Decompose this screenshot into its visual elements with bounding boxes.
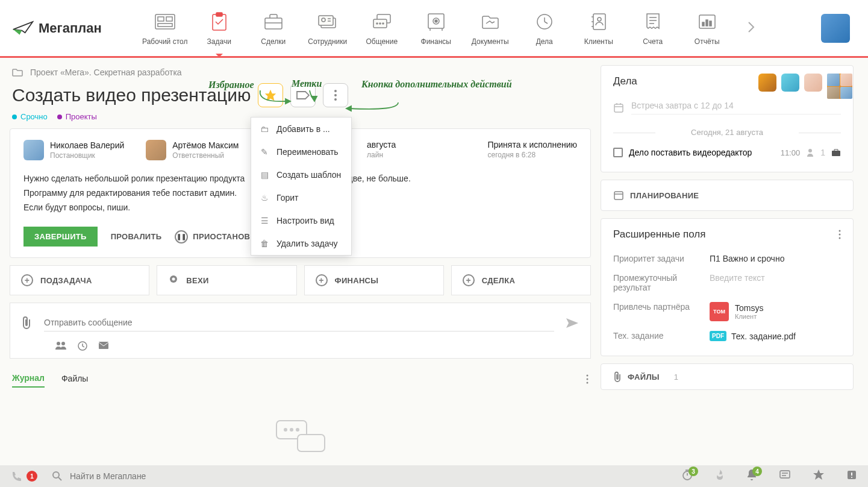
template-icon: ▤ (260, 170, 269, 180)
nav-desktop[interactable]: Рабочий стол (138, 6, 192, 51)
svg-point-57 (587, 379, 589, 380)
add-subtask[interactable]: +ПОДЗАДАЧА (10, 265, 149, 295)
tabs-more[interactable] (586, 374, 589, 386)
add-deal[interactable]: +СДЕЛКА (451, 265, 591, 295)
participant-avatar[interactable] (804, 74, 822, 92)
svg-point-68 (808, 149, 812, 152)
nav-chat[interactable]: Общение (355, 6, 409, 51)
pause-icon: ❚❚ (175, 230, 188, 244)
nav-reports[interactable]: Отчёты (680, 6, 734, 51)
nav-clients[interactable]: Клиенты (572, 6, 626, 51)
menu-rename[interactable]: ✎Переименовать (251, 140, 351, 163)
messages-button[interactable] (779, 470, 791, 483)
fire-button[interactable] (715, 469, 725, 483)
complete-button[interactable]: ЗАВЕРШИТЬ (23, 227, 98, 247)
field-interim[interactable]: Промежуточный результатВведите текст (613, 268, 841, 297)
message-input[interactable] (44, 314, 554, 331)
pencil-icon: ✎ (260, 147, 269, 157)
nav-employees[interactable]: Сотрудники (301, 6, 355, 51)
svg-rect-4 (166, 17, 172, 21)
svg-point-74 (839, 237, 841, 239)
annotation-fav: Избранное (208, 80, 254, 90)
nav: Рабочий стол Задачи Сделки Сотрудники Об… (138, 6, 734, 51)
nav-finance[interactable]: Финансы (409, 6, 463, 51)
attachment-icon[interactable] (21, 316, 33, 330)
tag-projects[interactable]: Проекты (57, 112, 97, 121)
svg-point-46 (334, 98, 337, 101)
side-files[interactable]: ФАЙЛЫ 1 (601, 363, 854, 390)
nav-deals[interactable]: Сделки (246, 6, 301, 51)
author[interactable]: Николаев ВалерийПостановщик (23, 140, 124, 160)
svg-point-19 (382, 23, 384, 24)
clock-small-icon[interactable] (78, 341, 87, 351)
partner-logo: TOM (710, 302, 729, 321)
briefcase-small-icon (831, 149, 841, 156)
fail-button[interactable]: ПРОВАЛИТЬ (111, 232, 162, 241)
assignee[interactable]: Артёмов МаксимОтветственный (146, 140, 239, 160)
folder-open-icon: 🗀 (260, 124, 269, 134)
todo-item[interactable]: Дело поставить видеоредактор 11:00 1 (613, 143, 841, 162)
notifications-button[interactable]: 4 (746, 469, 757, 483)
tag-icon (296, 90, 310, 100)
menu-template[interactable]: ▤Создать шаблон (251, 163, 351, 186)
menu-delete[interactable]: 🗑Удалить задачу (251, 232, 351, 255)
more-actions-button[interactable] (323, 83, 348, 107)
meeting-input[interactable]: Встреча завтра с 12 до 14 (613, 96, 841, 119)
nav-more-arrow[interactable] (746, 19, 756, 38)
more-vertical-icon[interactable] (838, 230, 841, 239)
nav-invoices[interactable]: Счета (626, 6, 680, 51)
global-search[interactable] (52, 471, 667, 482)
participants (758, 74, 852, 99)
nav-biz[interactable]: Дела (517, 6, 572, 51)
participant-group-avatar[interactable] (827, 74, 852, 99)
message-icon (779, 470, 791, 480)
more-vertical-icon (586, 374, 589, 384)
svg-point-18 (379, 23, 381, 24)
add-finance[interactable]: +ФИНАНСЫ (304, 265, 444, 295)
plus-icon: + (21, 274, 33, 286)
search-input[interactable] (70, 471, 251, 481)
chat-icon (371, 11, 393, 33)
timer-button[interactable]: 3 (681, 469, 693, 483)
people-icon[interactable] (55, 341, 67, 350)
fire-icon: ♨ (260, 193, 269, 203)
logo[interactable]: Мегаплан (12, 17, 102, 39)
calendar-icon (613, 190, 624, 201)
user-avatar[interactable] (821, 14, 850, 43)
phone-button[interactable]: 1 (11, 471, 37, 482)
alert-icon (846, 470, 857, 480)
app-name: Мегаплан (39, 20, 102, 36)
calendar-icon (613, 102, 624, 113)
fire-icon (715, 469, 725, 481)
menu-configure[interactable]: ☰Настроить вид (251, 209, 351, 232)
favorite-button[interactable] (258, 83, 283, 107)
annotation-tags: Метки (292, 78, 322, 89)
checkbox[interactable] (613, 148, 623, 157)
participant-avatar[interactable] (758, 74, 776, 92)
participant-avatar[interactable] (781, 74, 799, 92)
star-button[interactable] (813, 469, 825, 483)
menu-fire[interactable]: ♨Горит (251, 186, 351, 209)
mail-icon[interactable] (98, 341, 109, 350)
menu-add-to[interactable]: 🗀Добавить в ... (251, 118, 351, 140)
tab-files[interactable]: Файлы (61, 374, 88, 387)
pdf-badge-icon: PDF (710, 331, 726, 341)
field-spec[interactable]: Тех. заданиеPDFТех. задание.pdf (613, 326, 841, 346)
svg-rect-39 (710, 21, 711, 26)
nav-docs[interactable]: Документы (463, 6, 517, 51)
send-icon[interactable] (565, 317, 579, 329)
folder-icon (12, 68, 23, 77)
field-priority[interactable]: Приоритет задачиП1 Важно и срочно (613, 249, 841, 268)
add-milestone[interactable]: ВЕХИ (157, 265, 296, 295)
svg-rect-11 (319, 16, 333, 25)
alert-button[interactable] (846, 470, 857, 483)
field-partner[interactable]: Привлечь партнёраTOMTomsysКлиент (613, 297, 841, 326)
nav-tasks[interactable]: Задачи (192, 6, 246, 51)
side-planning[interactable]: ПЛАНИРОВАНИЕ (601, 180, 854, 211)
svg-rect-37 (702, 22, 704, 26)
more-actions-menu: 🗀Добавить в ... ✎Переименовать ▤Создать … (251, 117, 352, 256)
tag-urgent[interactable]: Срочно (12, 112, 48, 121)
tab-journal[interactable]: Журнал (12, 373, 45, 388)
svg-rect-70 (614, 192, 623, 200)
svg-point-44 (334, 90, 337, 92)
